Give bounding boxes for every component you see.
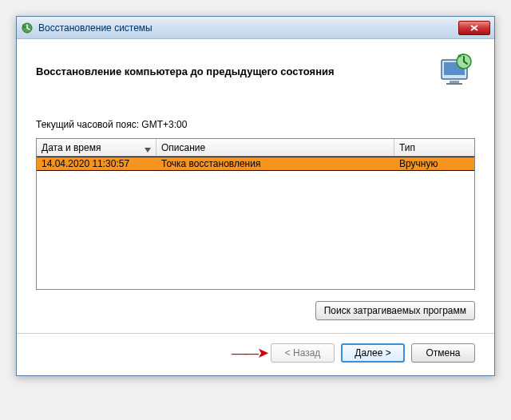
restore-points-table[interactable]: Дата и время Описание Тип 14.04.2020 11:… (36, 138, 475, 290)
col-datetime-label: Дата и время (42, 142, 101, 153)
system-restore-window: Восстановление системы Восстановление ко… (16, 16, 495, 376)
col-description[interactable]: Описание (156, 139, 394, 156)
col-description-label: Описание (161, 142, 205, 153)
back-button[interactable]: < Назад (271, 343, 335, 363)
header: Восстановление компьютера до предыдущего… (17, 39, 494, 97)
cancel-button[interactable]: Отмена (411, 343, 475, 363)
cell-description: Точка восстановления (156, 157, 394, 170)
window-title: Восстановление системы (38, 22, 458, 34)
timezone-label: Текущий часовой пояс: GMT+3:00 (36, 119, 475, 130)
scan-row: Поиск затрагиваемых программ (36, 301, 475, 320)
col-type-label: Тип (399, 142, 415, 153)
col-type[interactable]: Тип (394, 139, 474, 156)
page-heading: Восстановление компьютера до предыдущего… (36, 65, 437, 77)
col-datetime[interactable]: Дата и время (37, 139, 156, 156)
hint-arrow-icon: ——➤ (232, 344, 267, 362)
cell-datetime: 14.04.2020 11:30:57 (37, 157, 156, 170)
close-button[interactable] (458, 21, 490, 35)
next-button[interactable]: Далее > (341, 343, 405, 363)
restore-monitor-icon (437, 52, 475, 90)
content-area: Текущий часовой пояс: GMT+3:00 Дата и вр… (17, 97, 494, 333)
sort-desc-icon (145, 144, 151, 155)
close-icon (470, 25, 478, 31)
cell-type: Вручную (394, 157, 474, 170)
titlebar: Восстановление системы (17, 17, 494, 39)
svg-rect-3 (450, 81, 459, 83)
footer: ——➤ < Назад Далее > Отмена (17, 333, 494, 375)
table-header: Дата и время Описание Тип (37, 139, 474, 157)
system-restore-icon (21, 22, 34, 34)
svg-rect-4 (446, 83, 462, 85)
table-row[interactable]: 14.04.2020 11:30:57 Точка восстановления… (37, 157, 474, 171)
scan-affected-programs-button[interactable]: Поиск затрагиваемых программ (315, 301, 475, 320)
